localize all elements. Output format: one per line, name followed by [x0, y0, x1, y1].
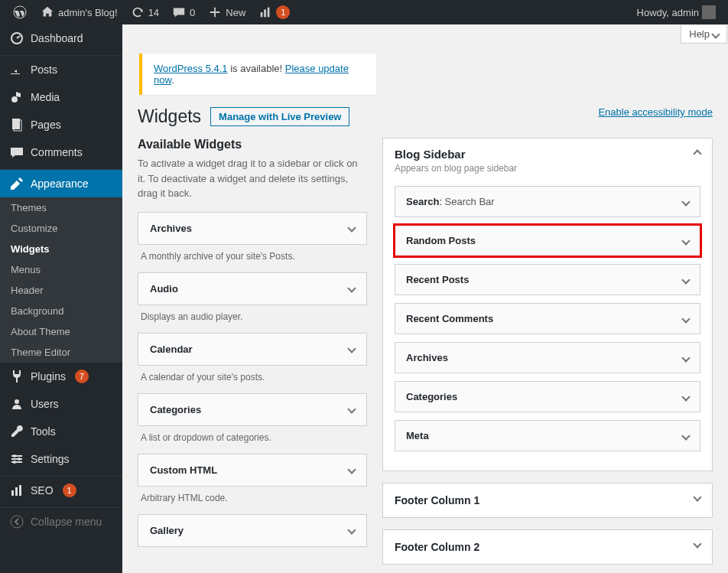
- widget-name: Custom HTML: [150, 464, 217, 476]
- svg-point-6: [11, 96, 18, 103]
- wp-logo-menu[interactable]: [8, 0, 32, 24]
- submenu-item-themes[interactable]: Themes: [0, 197, 122, 218]
- available-widgets-desc: To activate a widget drag it to a sideba…: [138, 156, 367, 201]
- chevron-up-icon: [693, 149, 701, 158]
- placed-widget-archives[interactable]: Archives: [395, 342, 700, 373]
- updates-menu[interactable]: 14: [125, 0, 164, 24]
- help-button[interactable]: Help: [681, 25, 727, 44]
- sidebar-area-toggle[interactable]: Blog Sidebar Appears on blog page sideba…: [383, 138, 712, 178]
- placed-widget-categories[interactable]: Categories: [395, 381, 700, 412]
- widget-name: Categories: [150, 404, 201, 415]
- widget-name: Search: [406, 196, 439, 207]
- toolbar-right: Howdy, admin: [632, 0, 720, 24]
- sidebar-item-appearance[interactable]: Appearance: [0, 170, 122, 197]
- widget-desc: A list or dropdown of categories.: [141, 432, 364, 443]
- widget-tile-archives[interactable]: Archives: [138, 212, 367, 245]
- widget-tile-gallery[interactable]: Gallery: [138, 514, 367, 547]
- submenu-item-theme-editor[interactable]: Theme Editor: [0, 342, 122, 363]
- placed-widget-recent-posts[interactable]: Recent Posts: [395, 264, 700, 295]
- sidebar-item-seo[interactable]: SEO1: [0, 477, 122, 504]
- sidebar-area-desc: Appears on blog page sidebar: [395, 163, 517, 174]
- sidebar-area-toggle[interactable]: Footer Column 1: [383, 483, 712, 517]
- site-name-label: admin's Blog!: [58, 7, 118, 18]
- widget-tile-custom-html[interactable]: Custom HTML: [138, 454, 367, 487]
- updates-icon: [130, 5, 145, 20]
- submenu-item-widgets[interactable]: Widgets: [0, 239, 122, 259]
- sidebar-item-plugins[interactable]: Plugins7: [0, 363, 122, 390]
- sidebar-item-settings[interactable]: Settings: [0, 445, 122, 473]
- placed-widget-search[interactable]: Search: Search Bar: [395, 186, 700, 217]
- sidebar-item-posts[interactable]: Posts: [0, 56, 122, 83]
- site-name-menu[interactable]: admin's Blog!: [35, 0, 122, 24]
- widget-desc: A calendar of your site's posts.: [141, 372, 364, 383]
- update-notice: WordPress 5.4.1 is available! Please upd…: [139, 54, 376, 95]
- sidebar-item-label: Comments: [31, 146, 83, 158]
- seo-icon: [9, 483, 24, 498]
- widget-title: Search Bar: [445, 196, 495, 207]
- wordpress-icon: [12, 5, 28, 20]
- svg-rect-16: [11, 490, 14, 496]
- widget-name: Meta: [406, 430, 429, 441]
- notice-text-mid: is available!: [228, 63, 283, 74]
- sidebar-area-footer-1: Footer Column 1: [382, 483, 713, 518]
- sidebar-area-toggle[interactable]: Footer Column 2: [383, 530, 712, 564]
- live-preview-button[interactable]: Manage with Live Preview: [210, 107, 349, 126]
- sidebar-item-pages[interactable]: Pages: [0, 111, 122, 138]
- plugins-icon: [9, 369, 24, 384]
- sidebar-item-media[interactable]: Media: [0, 83, 122, 111]
- placed-widget-random-posts[interactable]: Random Posts: [395, 225, 700, 256]
- admin-sidebar: Dashboard Posts Media Pages Comments App…: [0, 24, 122, 573]
- svg-rect-5: [11, 73, 20, 74]
- sidebar-item-label: Appearance: [31, 177, 89, 190]
- new-menu[interactable]: New: [203, 0, 250, 24]
- widget-name: Calendar: [150, 343, 193, 355]
- seo-menu[interactable]: 1: [253, 0, 294, 24]
- settings-icon: [9, 451, 24, 467]
- comments-menu[interactable]: 0: [167, 0, 200, 24]
- submenu-item-header[interactable]: Header: [0, 280, 122, 301]
- submenu-item-background[interactable]: Background: [0, 301, 122, 321]
- accessibility-mode-link[interactable]: Enable accessibility mode: [598, 106, 713, 118]
- sidebar-item-users[interactable]: Users: [0, 390, 122, 418]
- sidebar-item-collapse[interactable]: Collapse menu: [0, 508, 122, 536]
- sidebar-area-blog: Blog Sidebar Appears on blog page sideba…: [382, 138, 713, 471]
- sidebar-area-title: Footer Column 2: [395, 541, 479, 553]
- widgets-columns: Available Widgets To activate a widget d…: [138, 138, 713, 573]
- chevron-down-icon: [681, 197, 690, 206]
- help-label: Help: [689, 28, 710, 40]
- svg-point-9: [15, 399, 19, 404]
- submenu-item-customize[interactable]: Customize: [0, 218, 122, 239]
- widget-name: Archives: [406, 352, 448, 363]
- avatar: [702, 5, 716, 19]
- appearance-icon: [9, 176, 24, 191]
- placed-widget-recent-comments[interactable]: Recent Comments: [395, 303, 700, 334]
- sidebar-item-comments[interactable]: Comments: [0, 138, 122, 166]
- new-label: New: [226, 7, 245, 18]
- widget-name: Audio: [150, 283, 178, 295]
- chevron-down-icon: [681, 236, 690, 245]
- user-menu[interactable]: Howdy, admin: [632, 0, 720, 24]
- admin-toolbar: admin's Blog! 14 0 New 1 Howdy, admin: [0, 0, 728, 24]
- sidebar-item-dashboard[interactable]: Dashboard: [0, 24, 122, 52]
- collapse-icon: [9, 514, 24, 529]
- seo-badge: 1: [276, 5, 290, 19]
- sidebar-areas-column: Blog Sidebar Appears on blog page sideba…: [382, 138, 713, 573]
- submenu-item-about-theme[interactable]: About Theme: [0, 321, 122, 342]
- widget-tile-calendar[interactable]: Calendar: [138, 333, 367, 366]
- widget-tile-categories[interactable]: Categories: [138, 393, 367, 426]
- wp-version-link[interactable]: WordPress 5.4.1: [154, 63, 228, 74]
- seo-badge: 1: [63, 483, 76, 497]
- comments-icon: [9, 145, 24, 160]
- sidebar-item-label: Plugins: [31, 370, 66, 383]
- widget-tile-audio[interactable]: Audio: [138, 272, 367, 305]
- submenu-item-menus[interactable]: Menus: [0, 259, 122, 280]
- placed-widget-meta[interactable]: Meta: [395, 420, 700, 451]
- chevron-down-icon: [693, 539, 701, 548]
- sidebar-item-tools[interactable]: Tools: [0, 418, 122, 445]
- page-header: Widgets Manage with Live Preview: [138, 106, 598, 127]
- home-icon: [40, 5, 55, 20]
- svg-rect-1: [261, 12, 263, 17]
- appearance-submenu: Themes Customize Widgets Menus Header Ba…: [0, 197, 122, 363]
- sidebar-item-label: Users: [31, 398, 59, 410]
- widget-desc: A monthly archive of your site's Posts.: [141, 251, 364, 262]
